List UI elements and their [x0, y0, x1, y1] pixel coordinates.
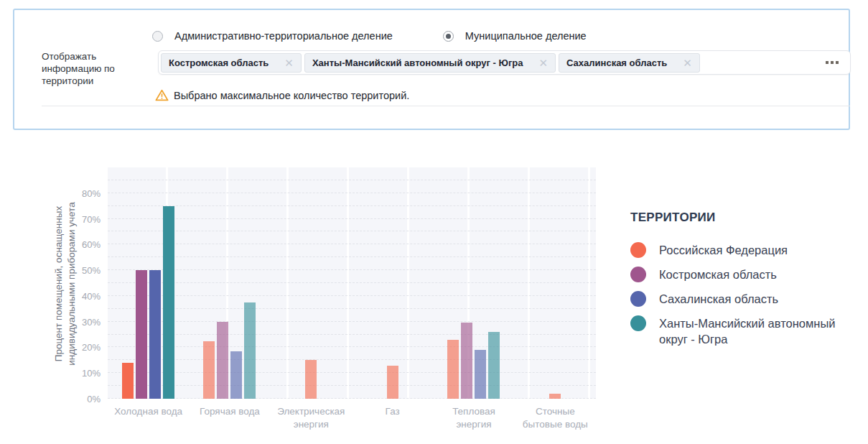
territory-multiselect-input[interactable]: Костромская область ✕ Ханты-Мансийский а… — [158, 50, 851, 75]
radio-municipal-label[interactable]: Муниципальное деление — [465, 30, 587, 42]
bar-group — [352, 167, 433, 399]
bar-group — [515, 167, 596, 399]
max-territories-warning: Выбрано максимальное количество территор… — [155, 89, 409, 101]
bar[interactable] — [387, 366, 398, 399]
y-axis-ticks: 0%10%20%30%40%50%60%70%80% — [65, 167, 101, 399]
bar[interactable] — [461, 323, 472, 399]
y-tick-label: 70% — [82, 213, 101, 224]
x-axis-category-label: Холодная вода — [108, 405, 189, 431]
chip-remove-icon[interactable]: ✕ — [284, 57, 294, 68]
division-radio-group: Административно-территориальное деление … — [152, 30, 587, 42]
bar-group — [108, 167, 189, 399]
bar[interactable] — [163, 206, 174, 399]
chip-remove-icon[interactable]: ✕ — [538, 57, 548, 68]
y-tick-label: 60% — [82, 239, 101, 250]
legend-item-label: Российская Федерация — [659, 242, 788, 258]
bar-group — [271, 167, 352, 399]
bar[interactable] — [475, 350, 486, 399]
chip-remove-icon[interactable]: ✕ — [683, 57, 692, 68]
bar[interactable] — [122, 363, 134, 399]
y-tick-label: 0% — [87, 394, 101, 404]
bar[interactable] — [203, 341, 215, 399]
legend-item[interactable]: Костромская область — [630, 267, 853, 282]
bar[interactable] — [244, 302, 256, 399]
chip-label: Ханты-Мансийский автономный округ - Югра — [312, 57, 523, 68]
bar[interactable] — [230, 351, 242, 399]
legend-color-dot — [630, 291, 646, 307]
bar[interactable] — [149, 270, 161, 399]
more-options-icon[interactable] — [823, 58, 841, 67]
chip-label: Костромская область — [169, 57, 269, 68]
legend-item-label: Сахалинская область — [659, 291, 778, 307]
legend-item-label: Костромская область — [659, 267, 777, 282]
chip-label: Сахалинская область — [566, 57, 667, 68]
y-tick-label: 20% — [82, 342, 101, 353]
legend-color-dot — [630, 315, 646, 331]
bar[interactable] — [488, 332, 500, 399]
legend-item[interactable]: Российская Федерация — [630, 242, 853, 258]
bar[interactable] — [217, 322, 228, 399]
y-tick-label: 80% — [82, 188, 101, 198]
radio-municipal-division[interactable]: Муниципальное деление — [443, 30, 587, 42]
legend-color-dot — [630, 242, 646, 258]
legend-color-dot — [630, 267, 646, 282]
x-axis-category-label: Горячая вода — [189, 405, 270, 431]
x-axis-category-label: Газ — [352, 405, 433, 431]
y-tick-label: 40% — [82, 290, 101, 301]
legend-item[interactable]: Ханты-Мансийский автономный округ - Югра — [630, 315, 853, 347]
bars-layer — [108, 167, 596, 399]
x-axis-labels: Холодная водаГорячая водаЭлектрическая э… — [108, 405, 596, 431]
bar[interactable] — [549, 394, 561, 399]
territory-chip: Ханты-Мансийский автономный округ - Югра… — [304, 53, 556, 73]
territory-filter-panel: Административно-территориальное деление … — [13, 9, 850, 130]
legend-item-label: Ханты-Мансийский автономный округ - Югра — [659, 315, 853, 347]
bar-chart-plot-area — [108, 167, 596, 399]
bar[interactable] — [305, 360, 317, 399]
territory-chip: Сахалинская область ✕ — [559, 53, 700, 73]
territory-field-label: Отображать информацию по территории — [42, 50, 153, 87]
radio-unselected-icon[interactable] — [152, 31, 163, 42]
chart-legend: ТЕРРИТОРИИ Российская Федерация Костромс… — [630, 211, 853, 356]
warning-icon — [155, 89, 169, 101]
territory-chip: Костромская область ✕ — [161, 53, 302, 73]
radio-administrative-label[interactable]: Административно-территориальное деление — [174, 30, 393, 42]
bar[interactable] — [136, 270, 147, 399]
y-tick-label: 30% — [82, 316, 101, 327]
warning-text: Выбрано максимальное количество территор… — [174, 90, 409, 101]
x-axis-category-label: Тепловая энергия — [433, 405, 514, 431]
radio-administrative-division[interactable]: Административно-территориальное деление — [152, 30, 393, 42]
x-axis-category-label: Сточные бытовые воды — [515, 405, 596, 431]
bar[interactable] — [447, 340, 459, 399]
legend-item[interactable]: Сахалинская область — [630, 291, 853, 307]
y-tick-label: 10% — [82, 368, 101, 379]
legend-title: ТЕРРИТОРИИ — [630, 211, 853, 225]
radio-selected-icon[interactable] — [443, 31, 454, 42]
bar-group — [189, 167, 270, 399]
panel-divider — [42, 106, 850, 106]
x-axis-category-label: Электрическая энергия — [271, 405, 352, 431]
bar-group — [433, 167, 514, 399]
y-tick-label: 50% — [82, 265, 101, 276]
